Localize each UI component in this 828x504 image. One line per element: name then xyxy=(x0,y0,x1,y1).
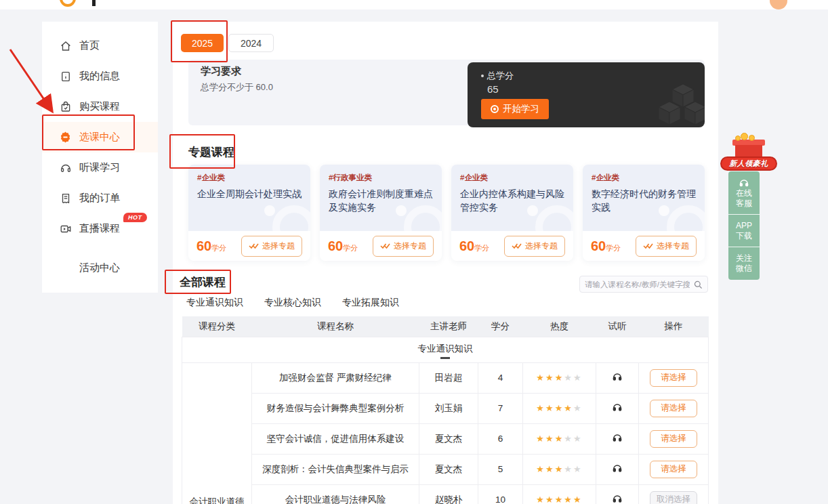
course-name: 加强财会监督 严肃财经纪律 xyxy=(252,362,419,393)
live-icon xyxy=(59,222,72,235)
all-courses-title: 全部课程 xyxy=(180,274,226,290)
audition-headphone-icon[interactable] xyxy=(612,371,623,382)
topic-tag: #企业类 xyxy=(460,173,565,183)
logo-watermark-dot xyxy=(264,205,275,216)
sidebar-item-label: 我的订单 xyxy=(79,192,120,205)
year-tab-2025[interactable]: 2025 xyxy=(181,34,224,52)
search-icon[interactable] xyxy=(693,280,703,289)
course-credits: 5 xyxy=(478,454,523,484)
home-icon xyxy=(59,39,72,52)
start-learning-button[interactable]: 开始学习 xyxy=(481,99,549,119)
headset-icon xyxy=(738,177,750,188)
select-course-button[interactable]: 请选择 xyxy=(650,430,697,448)
topic-card: #行政事业类 政府会计准则制度重难点及实施实务 60学分 选择专题 xyxy=(320,165,442,261)
topic-credits: 60学分 xyxy=(591,238,621,254)
topic-card-cover: #企业类 企业全周期会计处理实战 xyxy=(188,165,310,231)
sidebar-item-live-courses[interactable]: 直播课程 HOT xyxy=(42,213,158,244)
select-topic-button[interactable]: 选择专题 xyxy=(636,236,697,257)
col-header-credits: 学分 xyxy=(478,316,523,337)
col-header-audition: 试听 xyxy=(596,316,639,337)
audition-headphone-icon[interactable] xyxy=(612,463,623,474)
user-avatar[interactable] xyxy=(770,0,787,9)
logo-watermark-dot xyxy=(396,205,407,216)
topic-tag: #企业类 xyxy=(197,173,302,183)
course-name: 坚守会计诚信，促进信用体系建设 xyxy=(252,423,419,454)
topic-courses-title: 专题课程 xyxy=(188,144,234,160)
col-header-course-name: 课程名称 xyxy=(252,316,419,337)
topic-credits: 60学分 xyxy=(196,238,226,254)
select-course-button[interactable]: 请选择 xyxy=(650,369,697,387)
col-header-teacher: 主讲老师 xyxy=(419,316,478,337)
coin-icon xyxy=(735,135,741,141)
audition-headphone-icon[interactable] xyxy=(612,432,623,443)
total-credits-label: 总学分 xyxy=(481,70,514,82)
floating-service-bar: 在线客服 APP下载 关注微信 xyxy=(728,171,760,280)
brand-logo-text xyxy=(92,0,96,6)
topic-title: 企业全周期会计处理实战 xyxy=(197,187,302,201)
online-service-button[interactable]: 在线客服 xyxy=(728,171,760,215)
course-teacher: 夏文杰 xyxy=(419,423,478,454)
select-topic-button[interactable]: 选择专题 xyxy=(373,236,434,257)
select-course-button[interactable]: 请选择 xyxy=(650,400,697,417)
sidebar-item-purchase-courses[interactable]: 购买课程 xyxy=(42,91,158,122)
sidebar-item-listen-study[interactable]: 听课学习 xyxy=(42,152,158,183)
year-tab-2024[interactable]: 2024 xyxy=(228,34,274,52)
total-credits-value: 65 xyxy=(487,83,499,95)
course-name: 会计职业道德与法律风险 xyxy=(252,484,419,504)
audition-headphone-icon[interactable] xyxy=(612,402,623,413)
newcomer-gift-badge[interactable]: 新人领豪礼 xyxy=(720,133,777,171)
course-rating: ★★★★★ xyxy=(523,362,596,393)
course-credits: 10 xyxy=(478,484,523,504)
purchase-icon xyxy=(59,100,72,113)
sidebar-item-label: 购买课程 xyxy=(79,100,120,113)
follow-wechat-button[interactable]: 关注微信 xyxy=(728,247,760,280)
col-header-category: 课程分类 xyxy=(182,316,252,337)
sidebar-item-label: 听课学习 xyxy=(79,161,120,174)
select-topic-button[interactable]: 选择专题 xyxy=(504,236,565,257)
course-search-input[interactable] xyxy=(585,280,690,289)
topic-card: #企业类 企业全周期会计处理实战 60学分 选择专题 xyxy=(188,165,310,261)
sidebar-item-label: 活动中心 xyxy=(79,261,120,274)
sidebar: 首页 我的信息 购买课程 选课中心 听课学习 xyxy=(42,22,158,293)
course-search-box xyxy=(579,276,708,293)
credit-summary-panel: 总学分 65 开始学习 xyxy=(468,62,705,127)
course-name: 财务造假与会计舞弊典型案例分析 xyxy=(252,393,419,423)
sidebar-item-course-center[interactable]: 选课中心 xyxy=(42,122,158,152)
double-check-icon xyxy=(643,243,653,249)
group-header-row: 专业通识知识 xyxy=(182,337,709,362)
tab-extended-knowledge[interactable]: 专业拓展知识 xyxy=(342,297,399,309)
sidebar-item-home[interactable]: 首页 xyxy=(42,30,158,61)
table-row: 深度剖析：会计失信典型案件与启示 夏文杰 5 ★★★★★ 请选择 xyxy=(182,454,709,484)
app-download-button[interactable]: APP下载 xyxy=(728,215,760,247)
select-course-button[interactable]: 请选择 xyxy=(650,461,697,478)
table-row: 坚守会计诚信，促进信用体系建设 夏文杰 6 ★★★★★ 请选择 xyxy=(182,423,709,454)
learning-requirements-title: 学习要求 xyxy=(201,65,241,78)
course-teacher: 刘玉娟 xyxy=(419,393,478,423)
topic-credits: 60学分 xyxy=(328,238,358,254)
sidebar-item-my-orders[interactable]: 我的订单 xyxy=(42,183,158,213)
hot-badge: HOT xyxy=(123,213,147,222)
audition-headphone-icon[interactable] xyxy=(612,493,623,504)
table-row: 会计职业道德与法律风险 赵晓朴 10 ★★★★★ 取消选择 xyxy=(182,484,709,504)
tab-general-knowledge[interactable]: 专业通识知识 xyxy=(186,297,243,309)
top-header-bar xyxy=(0,0,828,9)
double-check-icon xyxy=(380,243,390,249)
topic-tag: #企业类 xyxy=(592,173,697,183)
tab-core-knowledge[interactable]: 专业核心知识 xyxy=(264,297,321,309)
profile-icon xyxy=(59,70,72,83)
col-header-action: 操作 xyxy=(639,316,709,337)
coin-icon xyxy=(749,135,755,141)
course-credits: 6 xyxy=(478,423,523,454)
course-rating: ★★★★★ xyxy=(523,393,596,423)
cancel-course-button[interactable]: 取消选择 xyxy=(650,491,697,504)
play-icon xyxy=(491,105,499,113)
sidebar-item-activity-center[interactable]: 活动中心 xyxy=(42,253,158,283)
double-check-icon xyxy=(512,243,522,249)
group-label: 专业通识知识 xyxy=(418,343,473,355)
topic-card: #企业类 企业内控体系构建与风险管控实务 60学分 选择专题 xyxy=(451,165,573,261)
table-row: 会计职业道德 加强财会监督 严肃财经纪律 田岩超 4 ★★★★★ 请选择 xyxy=(182,362,709,393)
select-topic-button[interactable]: 选择专题 xyxy=(241,236,302,257)
sidebar-item-my-info[interactable]: 我的信息 xyxy=(42,61,158,91)
category-cell: 会计职业道德 xyxy=(182,362,252,504)
course-credits: 4 xyxy=(478,362,523,393)
